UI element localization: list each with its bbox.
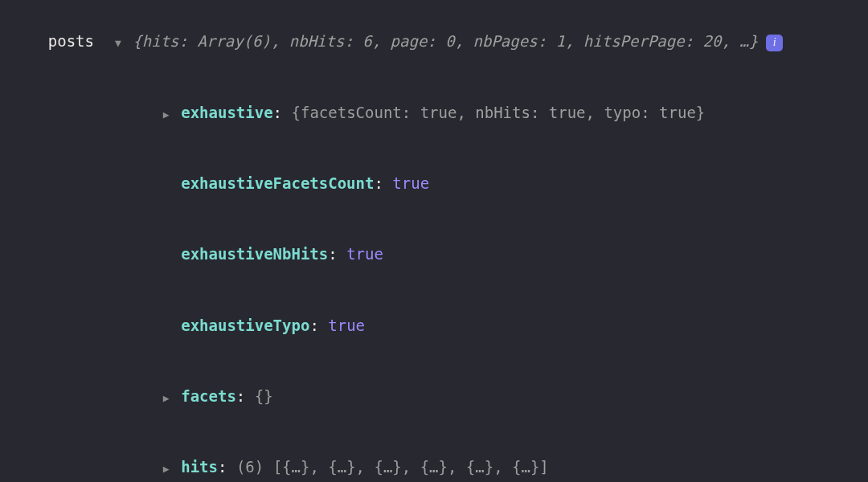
prop-preview: [{…}, {…}, {…}, {…}, {…}, {…}]: [273, 458, 549, 476]
console-output: posts ▼ {hits: Array(6), nbHits: 6, page…: [0, 0, 868, 482]
root-preview: {hits: Array(6), nbHits: 6, page: 0, nbP…: [133, 32, 758, 50]
chevron-right-icon[interactable]: ▶: [161, 107, 172, 123]
prop-row-hits[interactable]: ▶ hits: (6) [{…}, {…}, {…}, {…}, {…}, {……: [11, 432, 857, 482]
prop-row-exhaustive-facets-count[interactable]: exhaustiveFacetsCount: true: [11, 149, 857, 219]
prop-key: hits: [181, 458, 218, 476]
prop-key: exhaustiveTypo: [181, 317, 309, 334]
prop-key: facets: [181, 387, 236, 405]
chevron-right-icon[interactable]: ▶: [161, 461, 172, 477]
prop-row-facets[interactable]: ▶ facets: {}: [11, 362, 857, 432]
prop-key: exhaustiveFacetsCount: [181, 174, 374, 192]
prop-key: exhaustiveNbHits: [181, 245, 328, 263]
prop-key: exhaustive: [181, 104, 272, 121]
hits-count-prefix: (6): [236, 458, 273, 476]
prop-preview: {facetsCount: true, nbHits: true, typo: …: [292, 104, 706, 121]
prop-value: true: [392, 174, 429, 192]
prop-row-exhaustive-nb-hits[interactable]: exhaustiveNbHits: true: [11, 219, 857, 290]
prop-row-exhaustive[interactable]: ▶ exhaustive: {facetsCount: true, nbHits…: [11, 77, 857, 148]
info-icon[interactable]: i: [766, 35, 783, 51]
prop-preview: {}: [255, 387, 273, 405]
prop-row-exhaustive-typo[interactable]: exhaustiveTypo: true: [11, 290, 857, 361]
prop-value: true: [346, 245, 383, 263]
chevron-right-icon[interactable]: ▶: [161, 390, 172, 406]
chevron-down-icon[interactable]: ▼: [113, 35, 124, 51]
log-root-row[interactable]: posts ▼ {hits: Array(6), nbHits: 6, page…: [11, 6, 857, 77]
prop-value: true: [328, 317, 365, 334]
variable-name: posts: [48, 32, 94, 50]
